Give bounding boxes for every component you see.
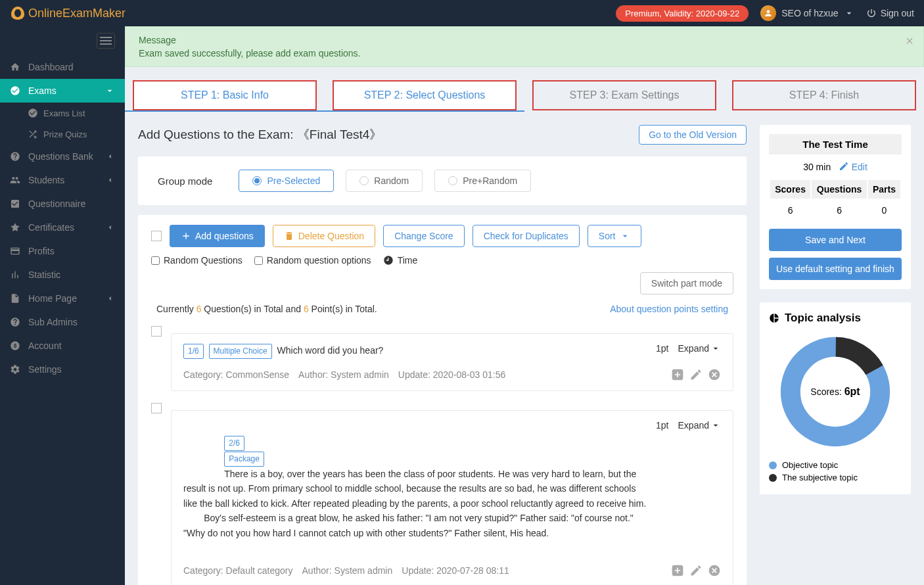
nav-statistic[interactable]: Statistic <box>0 263 125 287</box>
nav-label: Settings <box>28 364 62 375</box>
header: OnlineExamMaker Premium, Validity: 2020-… <box>0 0 924 26</box>
radio-label: Pre+Random <box>463 176 517 186</box>
random-questions-toggle[interactable]: Random Questions <box>151 255 243 266</box>
delete-icon[interactable] <box>708 368 721 381</box>
step-3[interactable]: STEP 3: Exam Settings <box>532 80 716 110</box>
signout-button[interactable]: Sign out <box>866 8 914 18</box>
add-questions-button[interactable]: Add questions <box>170 225 265 247</box>
checkbox[interactable] <box>151 256 160 265</box>
question-author: Author: System admin <box>298 369 389 380</box>
plus-icon <box>181 231 191 241</box>
time-toggle[interactable]: Time <box>383 255 418 266</box>
trash-icon <box>284 231 294 241</box>
nav-questionnaire[interactable]: Questionnaire <box>0 192 125 216</box>
group-mode-panel: Group mode Pre-Selected Random Pre+Rando… <box>138 156 747 205</box>
summary-text: Currently 6 Question(s) in Total and 6 P… <box>156 304 377 314</box>
checkbox[interactable] <box>254 256 263 265</box>
question-text: Which word did you hear? <box>277 345 384 356</box>
logo[interactable]: OnlineExamMaker <box>10 5 126 21</box>
checkbox-icon <box>10 199 20 209</box>
question-index-tag: 2/6 <box>224 436 244 451</box>
radio-label: Random <box>374 176 409 186</box>
legend-item: Objective topic <box>769 460 902 470</box>
clock-icon <box>383 255 394 266</box>
step-2[interactable]: STEP 2: Select Questions <box>333 80 517 110</box>
nav-label: Questionnaire <box>28 199 85 209</box>
radio-random[interactable]: Random <box>346 170 423 192</box>
save-next-button[interactable]: Save and Next <box>769 229 902 251</box>
power-icon <box>866 8 877 18</box>
nav-account[interactable]: Account <box>0 334 125 358</box>
question-author: Author: System admin <box>302 565 393 576</box>
nav-questions-bank[interactable]: Questions Bank <box>0 145 125 168</box>
test-time-value: 30 min <box>803 162 831 172</box>
home-icon <box>10 62 20 72</box>
sidebar: Dashboard Exams Exams List Prize Quizs Q… <box>0 26 125 585</box>
legend-item: The subjective topic <box>769 473 902 482</box>
radio-pre-selected[interactable]: Pre-Selected <box>239 170 334 192</box>
old-version-button[interactable]: Go to the Old Version <box>639 125 747 145</box>
nav-dashboard[interactable]: Dashboard <box>0 55 125 79</box>
nav-prize-quizs[interactable]: Prize Quizs <box>0 124 125 145</box>
edit-icon[interactable] <box>689 368 703 381</box>
nav-sub-label: Exams List <box>43 108 85 118</box>
delete-icon[interactable] <box>708 564 721 577</box>
question-item: 1/6 Multiple Choice Which word did you h… <box>151 323 733 391</box>
nav-profits[interactable]: Profits <box>0 239 125 263</box>
expand-button[interactable]: Expand <box>678 420 721 431</box>
check-duplicates-button[interactable]: Check for Duplicates <box>473 225 580 247</box>
chevron-left-icon <box>104 222 115 233</box>
badge-icon <box>10 222 20 233</box>
toggle-label: Random question options <box>267 255 371 266</box>
sidebar-toggle[interactable] <box>0 26 125 55</box>
add-icon[interactable] <box>671 564 684 577</box>
question-update: Update: 2020-08-03 01:56 <box>398 369 505 380</box>
close-icon[interactable]: × <box>906 34 913 49</box>
radio-pre-random[interactable]: Pre+Random <box>434 170 531 192</box>
user-menu[interactable]: SEO of hzxue <box>760 5 854 21</box>
test-time-title: The Test Time <box>769 134 902 154</box>
nav-settings[interactable]: Settings <box>0 358 125 381</box>
question-update: Update: 2020-07-28 08:11 <box>402 565 509 576</box>
nav-certificates[interactable]: Certificates <box>0 216 125 239</box>
chevron-down-icon <box>710 343 721 354</box>
nav-label: Exams <box>28 85 57 96</box>
nav-home-page[interactable]: Home Page <box>0 287 125 310</box>
td-parts: 0 <box>868 200 900 221</box>
legend-dot-icon <box>769 461 777 469</box>
th-scores: Scores <box>770 180 810 199</box>
nav-exams-list[interactable]: Exams List <box>0 103 125 124</box>
step-4[interactable]: STEP 4: Finish <box>732 80 916 110</box>
question-item: 2/6 Package There is a boy, over the yea… <box>151 400 733 585</box>
radio-dot-icon <box>359 176 369 185</box>
edit-icon[interactable] <box>689 564 703 577</box>
delete-question-button[interactable]: Delete Question <box>273 225 375 247</box>
random-options-toggle[interactable]: Random question options <box>254 255 371 266</box>
question-checkbox[interactable] <box>151 326 162 337</box>
step-1[interactable]: STEP 1: Basic Info <box>133 80 317 110</box>
nav-sub-admins[interactable]: Sub Admins <box>0 310 125 334</box>
nav-exams[interactable]: Exams <box>0 79 125 103</box>
select-all-checkbox[interactable] <box>151 231 162 241</box>
question-index-tag: 1/6 <box>183 344 204 359</box>
points-setting-link[interactable]: About question points setting <box>610 304 728 314</box>
question-icon <box>10 151 20 162</box>
add-icon[interactable] <box>671 368 684 381</box>
donut-center-label: Scores: 6pt <box>810 386 860 398</box>
expand-button[interactable]: Expand <box>678 343 721 354</box>
exam-name: 《Final Test4》 <box>297 128 382 141</box>
use-default-button[interactable]: Use default setting and finish <box>769 258 902 280</box>
edit-time-link[interactable]: Edit <box>839 162 867 172</box>
gear-icon <box>10 364 20 375</box>
question-points: 1pt <box>656 343 668 354</box>
change-score-button[interactable]: Change Score <box>383 225 465 247</box>
th-parts: Parts <box>868 180 900 199</box>
topic-donut-chart: Scores: 6pt <box>776 333 894 451</box>
avatar <box>760 5 776 21</box>
sort-button[interactable]: Sort <box>588 225 641 247</box>
switch-mode-button[interactable]: Switch part mode <box>640 272 733 294</box>
question-checkbox[interactable] <box>151 403 162 413</box>
chevron-down-icon <box>620 231 630 241</box>
nav-students[interactable]: Students <box>0 168 125 192</box>
chevron-left-icon <box>104 175 115 185</box>
